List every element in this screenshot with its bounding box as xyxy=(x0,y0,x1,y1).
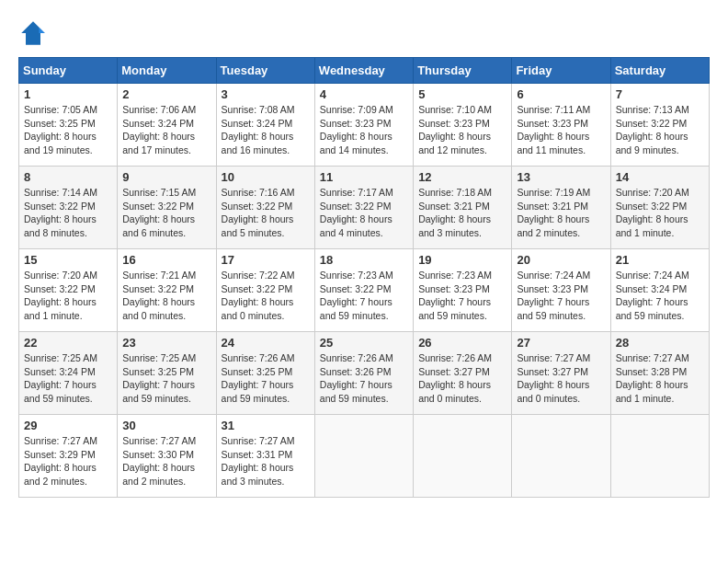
calendar-week-4: 22 Sunrise: 7:25 AMSunset: 3:24 PMDaylig… xyxy=(19,332,710,415)
day-cell-17: 17 Sunrise: 7:22 AMSunset: 3:22 PMDaylig… xyxy=(216,249,314,332)
calendar-week-3: 15 Sunrise: 7:20 AMSunset: 3:22 PMDaylig… xyxy=(19,249,710,332)
day-cell-29: 29 Sunrise: 7:27 AMSunset: 3:29 PMDaylig… xyxy=(19,415,118,498)
day-number: 17 xyxy=(222,253,310,267)
page-header xyxy=(18,18,710,48)
header-monday: Monday xyxy=(118,58,216,84)
day-detail: Sunrise: 7:24 AMSunset: 3:23 PMDaylight:… xyxy=(517,270,590,321)
day-detail: Sunrise: 7:27 AMSunset: 3:29 PMDaylight:… xyxy=(24,435,97,487)
day-number: 14 xyxy=(616,170,704,184)
calendar-week-5: 29 Sunrise: 7:27 AMSunset: 3:29 PMDaylig… xyxy=(19,415,710,498)
day-detail: Sunrise: 7:27 AMSunset: 3:31 PMDaylight:… xyxy=(222,435,295,487)
day-detail: Sunrise: 7:25 AMSunset: 3:24 PMDaylight:… xyxy=(24,352,97,404)
header-friday: Friday xyxy=(512,58,610,84)
day-number: 21 xyxy=(616,253,704,267)
day-cell-31: 31 Sunrise: 7:27 AMSunset: 3:31 PMDaylig… xyxy=(216,415,314,498)
day-number: 20 xyxy=(517,253,605,267)
day-number: 25 xyxy=(320,336,408,350)
calendar-table: SundayMondayTuesdayWednesdayThursdayFrid… xyxy=(18,57,710,498)
day-detail: Sunrise: 7:09 AMSunset: 3:23 PMDaylight:… xyxy=(320,104,393,155)
day-cell-19: 19 Sunrise: 7:23 AMSunset: 3:23 PMDaylig… xyxy=(414,249,512,332)
day-cell-26: 26 Sunrise: 7:26 AMSunset: 3:27 PMDaylig… xyxy=(414,332,512,415)
header-sunday: Sunday xyxy=(19,58,118,84)
day-cell-23: 23 Sunrise: 7:25 AMSunset: 3:25 PMDaylig… xyxy=(118,332,216,415)
header-wednesday: Wednesday xyxy=(314,58,413,84)
day-cell-16: 16 Sunrise: 7:21 AMSunset: 3:22 PMDaylig… xyxy=(118,249,216,332)
day-cell-13: 13 Sunrise: 7:19 AMSunset: 3:21 PMDaylig… xyxy=(512,167,610,249)
day-detail: Sunrise: 7:27 AMSunset: 3:30 PMDaylight:… xyxy=(122,435,196,487)
day-cell-7: 7 Sunrise: 7:13 AMSunset: 3:22 PMDayligh… xyxy=(610,84,709,167)
calendar-week-2: 8 Sunrise: 7:14 AMSunset: 3:22 PMDayligh… xyxy=(19,167,710,249)
day-detail: Sunrise: 7:10 AMSunset: 3:23 PMDaylight:… xyxy=(418,104,492,155)
day-detail: Sunrise: 7:24 AMSunset: 3:24 PMDaylight:… xyxy=(616,270,689,321)
day-detail: Sunrise: 7:27 AMSunset: 3:28 PMDaylight:… xyxy=(616,352,689,404)
empty-cell xyxy=(314,415,413,498)
empty-cell xyxy=(512,415,610,498)
day-detail: Sunrise: 7:11 AMSunset: 3:23 PMDaylight:… xyxy=(517,104,590,155)
calendar-header-row: SundayMondayTuesdayWednesdayThursdayFrid… xyxy=(19,58,710,84)
calendar-week-1: 1 Sunrise: 7:05 AMSunset: 3:25 PMDayligh… xyxy=(19,84,710,167)
day-detail: Sunrise: 7:25 AMSunset: 3:25 PMDaylight:… xyxy=(122,352,196,404)
day-number: 16 xyxy=(122,253,210,267)
day-number: 24 xyxy=(222,336,310,350)
header-thursday: Thursday xyxy=(414,58,512,84)
day-detail: Sunrise: 7:06 AMSunset: 3:24 PMDaylight:… xyxy=(122,104,196,155)
day-cell-11: 11 Sunrise: 7:17 AMSunset: 3:22 PMDaylig… xyxy=(314,167,413,249)
day-number: 29 xyxy=(24,419,112,432)
day-detail: Sunrise: 7:23 AMSunset: 3:23 PMDaylight:… xyxy=(418,270,492,321)
day-number: 6 xyxy=(517,87,605,101)
day-cell-9: 9 Sunrise: 7:15 AMSunset: 3:22 PMDayligh… xyxy=(118,167,216,249)
day-detail: Sunrise: 7:20 AMSunset: 3:22 PMDaylight:… xyxy=(616,187,689,238)
day-cell-21: 21 Sunrise: 7:24 AMSunset: 3:24 PMDaylig… xyxy=(610,249,709,332)
day-number: 26 xyxy=(418,336,506,350)
day-cell-12: 12 Sunrise: 7:18 AMSunset: 3:21 PMDaylig… xyxy=(414,167,512,249)
day-cell-27: 27 Sunrise: 7:27 AMSunset: 3:27 PMDaylig… xyxy=(512,332,610,415)
day-cell-3: 3 Sunrise: 7:08 AMSunset: 3:24 PMDayligh… xyxy=(216,84,314,167)
day-cell-25: 25 Sunrise: 7:26 AMSunset: 3:26 PMDaylig… xyxy=(314,332,413,415)
day-number: 12 xyxy=(418,170,506,184)
day-cell-10: 10 Sunrise: 7:16 AMSunset: 3:22 PMDaylig… xyxy=(216,167,314,249)
day-detail: Sunrise: 7:15 AMSunset: 3:22 PMDaylight:… xyxy=(122,187,196,238)
day-detail: Sunrise: 7:16 AMSunset: 3:22 PMDaylight:… xyxy=(222,187,295,238)
header-tuesday: Tuesday xyxy=(216,58,314,84)
day-number: 28 xyxy=(616,336,704,350)
day-detail: Sunrise: 7:21 AMSunset: 3:22 PMDaylight:… xyxy=(122,270,196,321)
day-cell-24: 24 Sunrise: 7:26 AMSunset: 3:25 PMDaylig… xyxy=(216,332,314,415)
day-number: 5 xyxy=(418,87,506,101)
day-detail: Sunrise: 7:08 AMSunset: 3:24 PMDaylight:… xyxy=(222,104,295,155)
day-cell-14: 14 Sunrise: 7:20 AMSunset: 3:22 PMDaylig… xyxy=(610,167,709,249)
day-detail: Sunrise: 7:26 AMSunset: 3:26 PMDaylight:… xyxy=(320,352,393,404)
day-number: 2 xyxy=(122,87,210,101)
day-cell-30: 30 Sunrise: 7:27 AMSunset: 3:30 PMDaylig… xyxy=(118,415,216,498)
day-number: 8 xyxy=(24,170,112,184)
day-cell-8: 8 Sunrise: 7:14 AMSunset: 3:22 PMDayligh… xyxy=(19,167,118,249)
day-cell-1: 1 Sunrise: 7:05 AMSunset: 3:25 PMDayligh… xyxy=(19,84,118,167)
empty-cell xyxy=(414,415,512,498)
day-detail: Sunrise: 7:20 AMSunset: 3:22 PMDaylight:… xyxy=(24,270,97,321)
day-number: 30 xyxy=(122,419,210,432)
day-number: 15 xyxy=(24,253,112,267)
day-detail: Sunrise: 7:17 AMSunset: 3:22 PMDaylight:… xyxy=(320,187,393,238)
day-detail: Sunrise: 7:26 AMSunset: 3:27 PMDaylight:… xyxy=(418,352,492,404)
day-detail: Sunrise: 7:13 AMSunset: 3:22 PMDaylight:… xyxy=(616,104,689,155)
day-number: 27 xyxy=(517,336,605,350)
day-cell-4: 4 Sunrise: 7:09 AMSunset: 3:23 PMDayligh… xyxy=(314,84,413,167)
day-number: 18 xyxy=(320,253,408,267)
day-number: 1 xyxy=(24,87,112,101)
header-saturday: Saturday xyxy=(610,58,709,84)
day-number: 31 xyxy=(222,419,310,432)
day-detail: Sunrise: 7:18 AMSunset: 3:21 PMDaylight:… xyxy=(418,187,492,238)
day-detail: Sunrise: 7:19 AMSunset: 3:21 PMDaylight:… xyxy=(517,187,590,238)
day-detail: Sunrise: 7:23 AMSunset: 3:22 PMDaylight:… xyxy=(320,270,393,321)
day-number: 19 xyxy=(418,253,506,267)
empty-cell xyxy=(610,415,709,498)
day-detail: Sunrise: 7:26 AMSunset: 3:25 PMDaylight:… xyxy=(222,352,295,404)
day-detail: Sunrise: 7:22 AMSunset: 3:22 PMDaylight:… xyxy=(222,270,295,321)
day-number: 22 xyxy=(24,336,112,350)
day-detail: Sunrise: 7:05 AMSunset: 3:25 PMDaylight:… xyxy=(24,104,97,155)
day-number: 3 xyxy=(222,87,310,101)
day-number: 13 xyxy=(517,170,605,184)
day-number: 10 xyxy=(222,170,310,184)
logo xyxy=(18,18,51,48)
day-cell-6: 6 Sunrise: 7:11 AMSunset: 3:23 PMDayligh… xyxy=(512,84,610,167)
logo-icon xyxy=(18,18,48,48)
